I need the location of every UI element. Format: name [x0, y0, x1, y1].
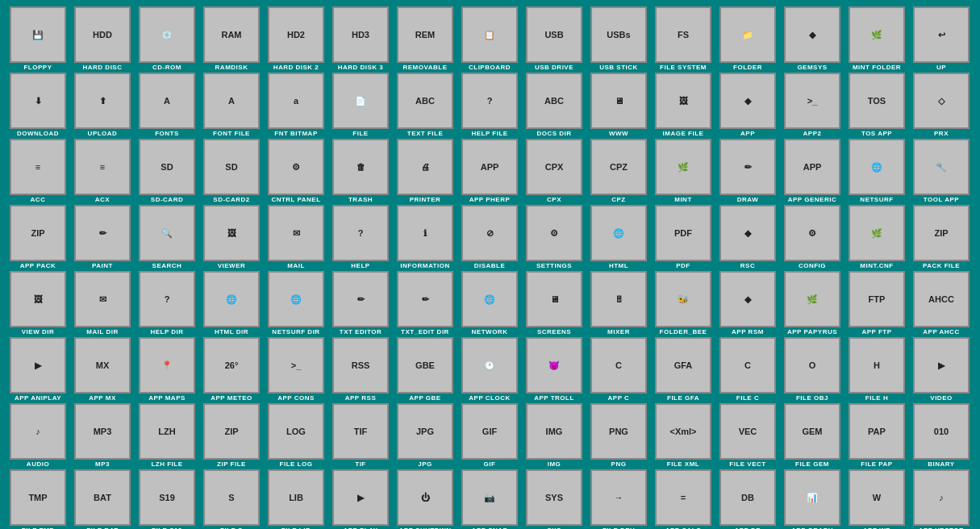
icon-app-mx[interactable]: MXAPP MX: [71, 337, 134, 402]
icon-sys[interactable]: SYSSYS: [523, 469, 586, 529]
icon-acx[interactable]: ≡ACX: [71, 139, 134, 203]
icon-paint[interactable]: ✏PAINT: [71, 205, 134, 269]
icon-file-c[interactable]: CFILE C: [716, 337, 779, 402]
icon-image-file[interactable]: 🖼IMAGE FILE: [652, 73, 715, 137]
icon-removable[interactable]: REMREMOVABLE: [394, 6, 457, 71]
icon-html-dir[interactable]: 🌐HTML DIR: [200, 271, 263, 335]
icon-app-generic[interactable]: APPAPP GENERIC: [781, 139, 844, 203]
icon-tool-app[interactable]: 🔧TOOL APP: [910, 139, 973, 203]
icon-network[interactable]: 🌐NETWORK: [458, 271, 521, 335]
icon-mail-dir[interactable]: ✉MAIL DIR: [71, 271, 134, 335]
icon-mp3[interactable]: MP3MP3: [71, 403, 134, 468]
icon-mint[interactable]: 🌿MINT: [652, 139, 715, 203]
icon-file-s[interactable]: SFILE S: [200, 469, 263, 529]
icon-file-gem[interactable]: GEMFILE GEM: [781, 403, 844, 468]
icon-app-gbe[interactable]: GBEAPP GBE: [394, 337, 457, 402]
icon-file-bat[interactable]: BATFILE BAT: [71, 469, 134, 529]
icon-hard-disk-3[interactable]: HD3HARD DISK 3: [329, 6, 392, 71]
icon-information[interactable]: ℹINFORMATION: [394, 205, 457, 269]
icon-printer[interactable]: 🖨PRINTER: [394, 139, 457, 203]
icon-tos-app[interactable]: TOSTOS APP: [845, 73, 908, 137]
icon-help-file[interactable]: ?HELP FILE: [458, 73, 521, 137]
icon-prx[interactable]: ◇PRX: [910, 73, 973, 137]
icon-app-calc[interactable]: =APP CALC: [652, 469, 715, 529]
icon-png[interactable]: PNGPNG: [587, 403, 650, 468]
icon-file-vect[interactable]: VECFILE VECT: [716, 403, 779, 468]
icon-file-s19[interactable]: S19FILE S19: [136, 469, 198, 529]
icon-binary[interactable]: 010BINARY: [910, 403, 973, 468]
icon-app-meteo[interactable]: 26°APP METEO: [200, 337, 263, 402]
icon-text-file[interactable]: ABCTEXT FILE: [394, 73, 457, 137]
icon-audio[interactable]: ♪AUDIO: [6, 403, 69, 468]
icon-app[interactable]: ◆APP: [716, 73, 779, 137]
icon-screens[interactable]: 🖥SCREENS: [523, 271, 586, 335]
icon-clipboard[interactable]: 📋CLIPBOARD: [458, 6, 521, 71]
icon-trash[interactable]: 🗑TRASH: [329, 139, 392, 203]
icon-help[interactable]: ?HELP: [329, 205, 392, 269]
icon-file-system[interactable]: FSFILE SYSTEM: [652, 6, 715, 71]
icon-zip-file[interactable]: ZIPZIP FILE: [200, 403, 263, 468]
icon-app-aniplay[interactable]: ▶APP ANIPLAY: [6, 337, 69, 402]
icon-help-dir[interactable]: ?HELP DIR: [136, 271, 198, 335]
icon-ramdisk[interactable]: RAMRAMDISK: [200, 6, 263, 71]
icon-txt-edit-dir[interactable]: ✏TXT_EDIT DIR: [394, 271, 457, 335]
icon-file-lib[interactable]: LIBFILE LIB: [265, 469, 327, 529]
icon-docs-dir[interactable]: ABCDOCS DIR: [523, 73, 586, 137]
icon-img[interactable]: IMGIMG: [523, 403, 586, 468]
icon-netsurf-dir[interactable]: 🌐NETSURF DIR: [265, 271, 327, 335]
icon-mint-folder[interactable]: 🌿MINT FOLDER: [845, 6, 908, 71]
icon-disable[interactable]: ⊘DISABLE: [458, 205, 521, 269]
icon-upload[interactable]: ⬆UPLOAD: [71, 73, 134, 137]
icon-folder-bee[interactable]: 🐝FOLDER_BEE: [652, 271, 715, 335]
icon-cpz[interactable]: CPZCPZ: [587, 139, 650, 203]
icon-cntrl-panel[interactable]: ⚙CNTRL PANEL: [265, 139, 327, 203]
icon-usb-drive[interactable]: USBUSB DRIVE: [523, 6, 586, 71]
icon-app-shutdown[interactable]: ⏻APP SHUTDWN: [394, 469, 457, 529]
icon-gemsys[interactable]: ◆GEMSYS: [781, 6, 844, 71]
icon-app-pack[interactable]: ZIPAPP PACK: [6, 205, 69, 269]
icon-file-log[interactable]: LOGFILE LOG: [265, 403, 327, 468]
icon-app-papyrus[interactable]: 🌿APP PAPYRUS: [781, 271, 844, 335]
icon-download[interactable]: ⬇DOWNLOAD: [6, 73, 69, 137]
icon-font-file[interactable]: AFONT FILE: [200, 73, 263, 137]
icon-pdf[interactable]: PDFPDF: [652, 205, 715, 269]
icon-app-c[interactable]: CAPP C: [587, 337, 650, 402]
icon-video[interactable]: ▶VIDEO: [910, 337, 973, 402]
icon-file-h[interactable]: HFILE H: [845, 337, 908, 402]
icon-app-cons[interactable]: >_APP CONS: [265, 337, 327, 402]
icon-floppy[interactable]: 💾FLOPPY: [6, 6, 69, 71]
icon-file-tmp[interactable]: TMPFILE TMP: [6, 469, 69, 529]
icon-usb-stick[interactable]: USBsUSB STICK: [587, 6, 650, 71]
icon-rsc[interactable]: ◆RSC: [716, 205, 779, 269]
icon-settings[interactable]: ⚙SETTINGS: [523, 205, 586, 269]
icon-txt-editor[interactable]: ✏TXT EDITOR: [329, 271, 392, 335]
icon-file-gfa[interactable]: GFAFILE GFA: [652, 337, 715, 402]
icon-folder[interactable]: 📁FOLDER: [716, 6, 779, 71]
icon-draw[interactable]: ✏DRAW: [716, 139, 779, 203]
icon-app-play[interactable]: ▶APP PLAY: [329, 469, 392, 529]
icon-app-pherp[interactable]: APPAPP PHERP: [458, 139, 521, 203]
icon-app-graph[interactable]: 📊APP GRAPH: [781, 469, 844, 529]
icon-app2[interactable]: >_APP2: [781, 73, 844, 137]
icon-gif[interactable]: GIFGIF: [458, 403, 521, 468]
icon-tif[interactable]: TIFTIF: [329, 403, 392, 468]
icon-app-db[interactable]: DBAPP DB: [716, 469, 779, 529]
icon-hard-disc[interactable]: HDDHARD DISC: [71, 6, 134, 71]
icon-app-clock[interactable]: 🕐APP CLOCK: [458, 337, 521, 402]
icon-fnt-bitmap[interactable]: aFNT BITMAP: [265, 73, 327, 137]
icon-view-dir[interactable]: 🖼VIEW DIR: [6, 271, 69, 335]
icon-app-wp[interactable]: WAPP WP: [845, 469, 908, 529]
icon-sd-card2[interactable]: SDSD-CARD2: [200, 139, 263, 203]
icon-file-obj[interactable]: OFILE OBJ: [781, 337, 844, 402]
icon-file[interactable]: 📄FILE: [329, 73, 392, 137]
icon-fonts[interactable]: AFONTS: [136, 73, 198, 137]
icon-acc[interactable]: ≡ACC: [6, 139, 69, 203]
icon-file-pap[interactable]: PAPFILE PAP: [845, 403, 908, 468]
icon-app-ftp[interactable]: FTPAPP FTP: [845, 271, 908, 335]
icon-cd-rom[interactable]: 💿CD-ROM: [136, 6, 198, 71]
icon-lzh-file[interactable]: LZHLZH FILE: [136, 403, 198, 468]
icon-app-snap[interactable]: 📷APP SNAP: [458, 469, 521, 529]
icon-cpx[interactable]: CPXCPX: [523, 139, 586, 203]
icon-app-rss[interactable]: RSSAPP RSS: [329, 337, 392, 402]
icon-app-maps[interactable]: 📍APP MAPS: [136, 337, 198, 402]
